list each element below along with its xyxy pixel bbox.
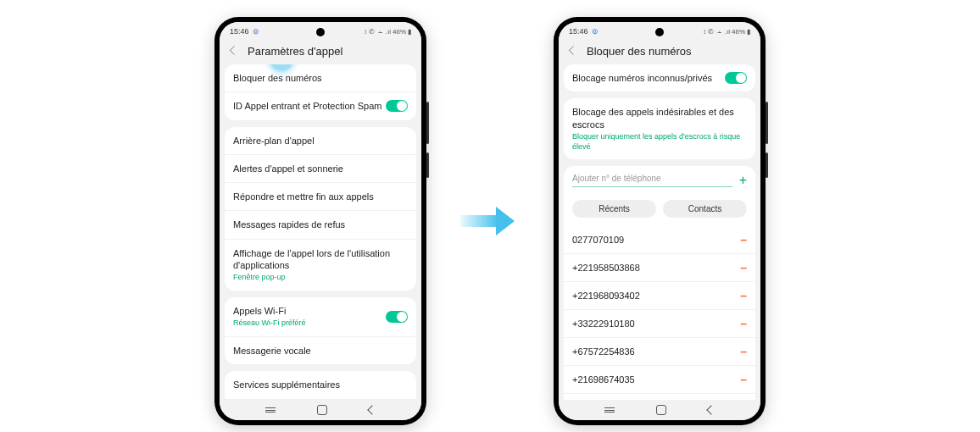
volume-button bbox=[766, 102, 768, 144]
tab-contacts[interactable]: Contacts bbox=[663, 200, 747, 218]
block-unknown-card: Blocage numéros inconnus/privés bbox=[564, 64, 755, 91]
back-icon[interactable] bbox=[569, 46, 578, 55]
blocked-number: +221968093402 bbox=[572, 291, 640, 301]
remove-number-icon[interactable]: – bbox=[740, 345, 747, 358]
settings-group-3: Appels Wi-Fi Réseau Wi-Fi préféré Messag… bbox=[225, 297, 416, 364]
phone-left: 15:46 ⊚ ↕ ✆ ⫠ .ıl 46%▮ Paramètres d'appe… bbox=[214, 17, 426, 425]
alerts-label: Alertes d'appel et sonnerie bbox=[233, 163, 408, 174]
blocked-number-row: +21698675926– bbox=[564, 394, 755, 400]
supplementary-row[interactable]: Services supplémentaires bbox=[225, 371, 416, 399]
power-button bbox=[766, 152, 768, 178]
blocked-number: +21698674035 bbox=[572, 374, 635, 385]
status-right: ↕ ✆ ⫠ .ıl 46%▮ bbox=[364, 28, 411, 36]
block-numbers-label: Bloquer des numéros bbox=[233, 72, 408, 84]
page-title: Paramètres d'appel bbox=[248, 45, 342, 58]
blocked-number: 0277070109 bbox=[572, 235, 624, 245]
spam-block-card: Blocage des appels indésirables et des e… bbox=[564, 98, 755, 159]
wifi-calling-label: Appels Wi-Fi bbox=[233, 305, 386, 317]
answer-end-label: Répondre et mettre fin aux appels bbox=[233, 191, 408, 202]
volume-button bbox=[426, 102, 429, 144]
nav-recent-icon[interactable] bbox=[265, 407, 276, 413]
caller-id-toggle[interactable] bbox=[386, 100, 408, 112]
phone-right: 15:46 ⊚ ↕ ✆ ⫠ .ıl 46%▮ Bloquer des numér… bbox=[554, 17, 766, 425]
blocked-number-row: +67572254836– bbox=[564, 338, 755, 366]
call-display-sub: Fenêtre pop-up bbox=[233, 273, 408, 283]
blocked-number-row: +221968093402– bbox=[564, 282, 755, 310]
blocked-number: +67572254836 bbox=[572, 346, 635, 357]
nav-recent-icon[interactable] bbox=[604, 407, 615, 413]
block-unknown-toggle[interactable] bbox=[725, 72, 747, 84]
blocked-number-row: +221958503868– bbox=[564, 254, 755, 282]
nav-home-icon[interactable] bbox=[656, 405, 666, 415]
wifi-calling-toggle[interactable] bbox=[386, 311, 408, 323]
wifi-calling-row[interactable]: Appels Wi-Fi Réseau Wi-Fi préféré bbox=[225, 297, 416, 337]
call-background-label: Arrière-plan d'appel bbox=[233, 135, 408, 147]
blocked-number-row: +21698674035– bbox=[564, 366, 755, 394]
nav-back-icon[interactable] bbox=[706, 405, 716, 414]
caller-id-label: ID Appel entrant et Protection Spam bbox=[233, 100, 386, 112]
quick-decline-row[interactable]: Messages rapides de refus bbox=[225, 211, 416, 239]
blocked-number-row: 0277070109– bbox=[564, 226, 755, 254]
remove-number-icon[interactable]: – bbox=[740, 317, 747, 330]
content-scroll[interactable]: Blocage numéros inconnus/privés Blocage … bbox=[559, 64, 760, 400]
spam-block-row[interactable]: Blocage des appels indésirables et des e… bbox=[564, 98, 755, 159]
blocked-numbers-list: 0277070109–+221958503868–+221968093402–+… bbox=[564, 226, 755, 400]
tab-recents[interactable]: Récents bbox=[572, 200, 656, 218]
voicemail-row[interactable]: Messagerie vocale bbox=[225, 337, 416, 364]
remove-number-icon[interactable]: – bbox=[740, 289, 747, 302]
call-background-row[interactable]: Arrière-plan d'appel bbox=[225, 127, 416, 155]
camera-cutout bbox=[316, 28, 325, 36]
back-icon[interactable] bbox=[230, 46, 239, 55]
wifi-calling-sub: Réseau Wi-Fi préféré bbox=[233, 318, 386, 329]
flow-arrow-icon bbox=[460, 210, 520, 232]
spam-block-label: Blocage des appels indésirables et des e… bbox=[572, 106, 747, 130]
blocked-number-row: +33222910180– bbox=[564, 310, 755, 338]
nav-back-icon[interactable] bbox=[367, 405, 376, 414]
call-display-label: Affichage de l'appel lors de l'utilisati… bbox=[233, 247, 408, 272]
page-title: Bloquer des numéros bbox=[587, 45, 692, 58]
remove-number-icon[interactable]: – bbox=[740, 233, 747, 246]
nav-bar bbox=[559, 400, 760, 420]
caller-id-row[interactable]: ID Appel entrant et Protection Spam bbox=[225, 92, 416, 119]
power-button bbox=[426, 152, 429, 178]
blocked-number: +33222910180 bbox=[572, 318, 635, 329]
status-right: ↕ ✆ ⫠ .ıl 46%▮ bbox=[703, 28, 750, 36]
status-time: 15:46 bbox=[569, 27, 588, 36]
quick-decline-label: Messages rapides de refus bbox=[233, 219, 408, 230]
add-number-row: Ajouter n° de téléphone + bbox=[564, 166, 755, 191]
voicemail-label: Messagerie vocale bbox=[233, 345, 408, 357]
content-scroll[interactable]: Bloquer des numéros ID Appel entrant et … bbox=[220, 64, 421, 400]
settings-group-1: Bloquer des numéros ID Appel entrant et … bbox=[225, 64, 416, 120]
add-number-input[interactable]: Ajouter n° de téléphone bbox=[572, 174, 732, 187]
remove-number-icon[interactable]: – bbox=[740, 261, 747, 274]
spam-block-sub: Bloquer uniquement les appels d'escrocs … bbox=[572, 132, 747, 152]
nav-bar bbox=[220, 400, 421, 420]
source-tabs: Récents Contacts bbox=[564, 191, 755, 226]
blocked-number: +221958503868 bbox=[572, 263, 640, 273]
app-header: Paramètres d'appel bbox=[220, 41, 421, 64]
blocked-list-card: Ajouter n° de téléphone + Récents Contac… bbox=[564, 166, 755, 400]
answer-end-row[interactable]: Répondre et mettre fin aux appels bbox=[225, 183, 416, 211]
call-display-row[interactable]: Affichage de l'appel lors de l'utilisati… bbox=[225, 240, 416, 291]
settings-group-4: Services supplémentaires Autres paramètr… bbox=[225, 371, 416, 400]
block-unknown-label: Blocage numéros inconnus/privés bbox=[572, 72, 725, 84]
add-number-plus-icon[interactable]: + bbox=[739, 173, 747, 188]
settings-group-2: Arrière-plan d'appel Alertes d'appel et … bbox=[225, 127, 416, 291]
alerts-row[interactable]: Alertes d'appel et sonnerie bbox=[225, 155, 416, 183]
camera-cutout bbox=[655, 28, 664, 36]
remove-number-icon[interactable]: – bbox=[740, 373, 747, 386]
samsung-icon: ⊚ bbox=[253, 27, 259, 36]
status-time: 15:46 bbox=[230, 27, 249, 36]
app-header: Bloquer des numéros bbox=[559, 41, 760, 64]
nav-home-icon[interactable] bbox=[317, 405, 327, 415]
block-numbers-row[interactable]: Bloquer des numéros bbox=[225, 64, 416, 92]
supplementary-label: Services supplémentaires bbox=[233, 379, 408, 390]
block-unknown-row[interactable]: Blocage numéros inconnus/privés bbox=[564, 64, 755, 91]
samsung-icon: ⊚ bbox=[592, 27, 599, 36]
